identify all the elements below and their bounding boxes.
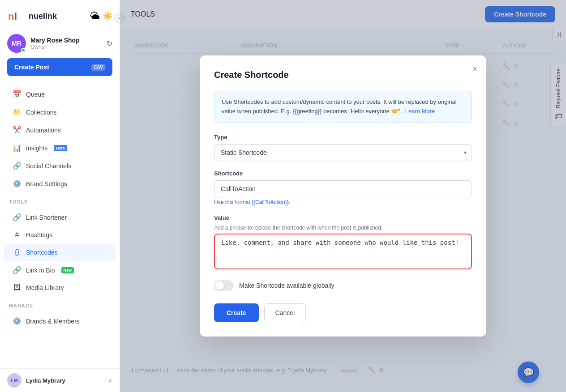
toggle-label: Make Shortcode available globally xyxy=(239,282,334,289)
type-select[interactable]: Static Shortcode Dynamic Shortcode xyxy=(214,144,472,161)
sidebar-item-brand-settings[interactable]: ⚙️ Brand Settings xyxy=(4,175,116,192)
sidebar-item-label: Brand Settings xyxy=(26,180,67,187)
nuelink-logo: n l xyxy=(7,7,25,25)
sidebar-item-hashtags[interactable]: # Hashtags xyxy=(4,226,116,243)
sidebar-item-link-in-bio[interactable]: 🔗 Link in Bio New xyxy=(4,261,116,279)
link-shortener-icon: 🔗 xyxy=(13,213,21,222)
toggle-row: Make Shortcode available globally xyxy=(214,280,472,291)
create-button[interactable]: Create xyxy=(214,303,259,322)
sidebar-item-label: Hashtags xyxy=(26,231,52,239)
modal-overlay[interactable]: Create Shortcode × Use Shortcodes to add… xyxy=(120,0,566,392)
sidebar-item-insights[interactable]: 📊 Insights Beta xyxy=(4,139,116,157)
media-library-icon: 🖼 xyxy=(13,284,21,292)
logo-area: n l nuelink xyxy=(7,7,57,25)
footer-avatar: LM xyxy=(7,373,21,388)
svg-text:n: n xyxy=(8,11,14,22)
sidebar-item-label: Insights xyxy=(26,145,47,152)
create-post-button[interactable]: Create Post CSV xyxy=(7,58,112,76)
shortcodes-icon: {} xyxy=(13,248,21,256)
value-field-group: Value Add a phrase to replace the shortc… xyxy=(214,214,472,271)
sidebar-item-collections[interactable]: 📁 Collections xyxy=(4,103,116,121)
brands-members-icon: ⚙️ xyxy=(13,317,21,325)
global-toggle[interactable] xyxy=(214,280,234,291)
create-shortcode-modal: Create Shortcode × Use Shortcodes to add… xyxy=(200,55,486,337)
manage-nav: ⚙️ Brands & Members xyxy=(0,310,120,332)
link-in-bio-icon: 🔗 xyxy=(13,266,21,274)
shortcode-hint: Use this format {{CallToAction}}. xyxy=(214,199,472,205)
toggle-knob xyxy=(215,281,224,290)
sidebar: n l nuelink 🌥 ☀️ ‹ MR Mary Rose Shop Own… xyxy=(0,0,120,392)
shortcode-input[interactable] xyxy=(214,180,472,197)
sidebar-item-label: Brands & Members xyxy=(26,318,80,325)
hashtags-icon: # xyxy=(13,231,21,239)
sidebar-item-social-channels[interactable]: 🔗 Social Channels xyxy=(4,157,116,175)
main-content: TOOLS Create Shortcode SHORTCODE DESCRIP… xyxy=(120,0,566,392)
refresh-icon[interactable]: ↻ xyxy=(107,39,112,48)
user-info: Mary Rose Shop Owner xyxy=(30,37,102,50)
logo-text: nuelink xyxy=(29,12,57,21)
chevron-up-icon[interactable]: ∧ xyxy=(108,377,112,383)
sidebar-item-label: Media Library xyxy=(26,284,64,291)
type-select-wrapper: Static Shortcode Dynamic Shortcode ▾ xyxy=(214,144,472,161)
sidebar-item-link-shortener[interactable]: 🔗 Link Shortener xyxy=(4,209,116,226)
learn-more-link[interactable]: Learn More xyxy=(405,108,435,115)
sidebar-item-shortcodes[interactable]: {} Shortcodes xyxy=(4,244,116,261)
shortcode-field-group: Shortcode Use this format {{CallToAction… xyxy=(214,170,472,205)
tools-nav: 🔗 Link Shortener # Hashtags {} Shortcode… xyxy=(0,206,120,298)
weather-area: 🌥 ☀️ xyxy=(90,10,112,22)
collections-icon: 📁 xyxy=(13,108,21,116)
csv-badge: CSV xyxy=(91,64,105,71)
new-badge: New xyxy=(61,267,74,273)
value-hint: Add a phrase to replace the shortcode wi… xyxy=(214,225,472,231)
sidebar-item-label: Link Shortener xyxy=(26,214,67,221)
user-section: MR Mary Rose Shop Owner ↻ xyxy=(0,30,120,58)
type-label: Type xyxy=(214,134,472,141)
automations-icon: ✂️ xyxy=(13,126,21,134)
tools-section-label: TOOLS xyxy=(0,195,120,206)
queue-icon: 📅 xyxy=(13,90,21,98)
sidebar-header: n l nuelink 🌥 ☀️ xyxy=(0,0,120,30)
manage-section-label: MANAGE xyxy=(0,298,120,310)
brand-settings-icon: ⚙️ xyxy=(13,179,21,188)
modal-title: Create Shortcode xyxy=(214,70,472,80)
sidebar-item-label: Link in Bio xyxy=(26,267,55,274)
main-nav: 📅 Queue 📁 Collections ✂️ Automations 📊 I… xyxy=(0,83,120,195)
sidebar-item-label: Shortcodes xyxy=(26,249,58,256)
beta-badge: Beta xyxy=(54,145,67,151)
cancel-button[interactable]: Cancel xyxy=(264,303,306,322)
sidebar-item-media-library[interactable]: 🖼 Media Library xyxy=(4,279,116,296)
modal-actions: Create Cancel xyxy=(214,303,472,322)
value-textarea[interactable]: Like, comment, and share with someone wh… xyxy=(214,234,472,269)
user-name: Mary Rose Shop xyxy=(30,37,102,44)
footer-user-name: Lydia Mybrary xyxy=(26,377,104,384)
svg-text:l: l xyxy=(14,11,17,22)
user-role: Owner xyxy=(30,44,102,50)
online-indicator xyxy=(21,48,26,52)
social-channels-icon: 🔗 xyxy=(13,162,21,170)
sidebar-item-label: Automations xyxy=(26,127,61,134)
shortcode-label: Shortcode xyxy=(214,170,472,177)
weather-cloud-icon: 🌥 xyxy=(90,10,100,22)
sidebar-item-brands-members[interactable]: ⚙️ Brands & Members xyxy=(4,312,116,330)
weather-sun-icon: ☀️ xyxy=(103,11,112,21)
type-field-group: Type Static Shortcode Dynamic Shortcode … xyxy=(214,134,472,161)
sidebar-item-automations[interactable]: ✂️ Automations xyxy=(4,121,116,139)
insights-icon: 📊 xyxy=(13,144,21,152)
avatar: MR xyxy=(7,34,26,53)
sidebar-item-label: Queue xyxy=(26,91,45,98)
modal-close-button[interactable]: × xyxy=(472,64,477,74)
sidebar-item-queue[interactable]: 📅 Queue xyxy=(4,85,116,103)
value-label: Value xyxy=(214,214,472,221)
info-banner: Use Shortcodes to add custom/dynamic con… xyxy=(214,91,472,123)
sidebar-item-label: Social Channels xyxy=(26,162,71,170)
sidebar-item-label: Collections xyxy=(26,109,56,116)
sidebar-footer: LM Lydia Mybrary ∧ xyxy=(0,368,120,392)
